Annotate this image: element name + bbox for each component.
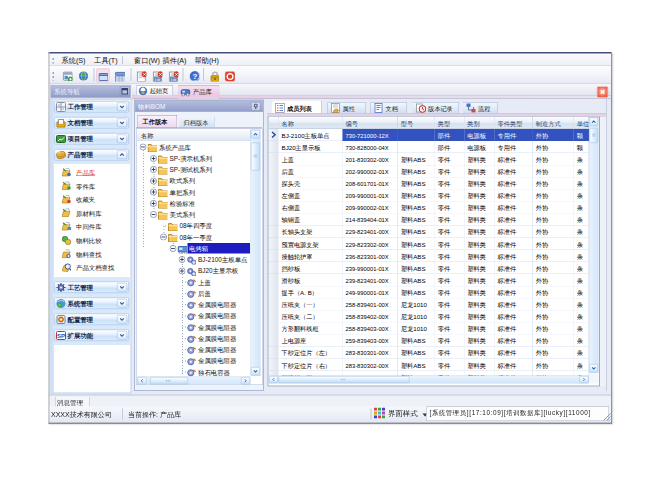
svg-text:?: ? (193, 72, 198, 81)
svg-text:SP: SP (57, 333, 65, 339)
